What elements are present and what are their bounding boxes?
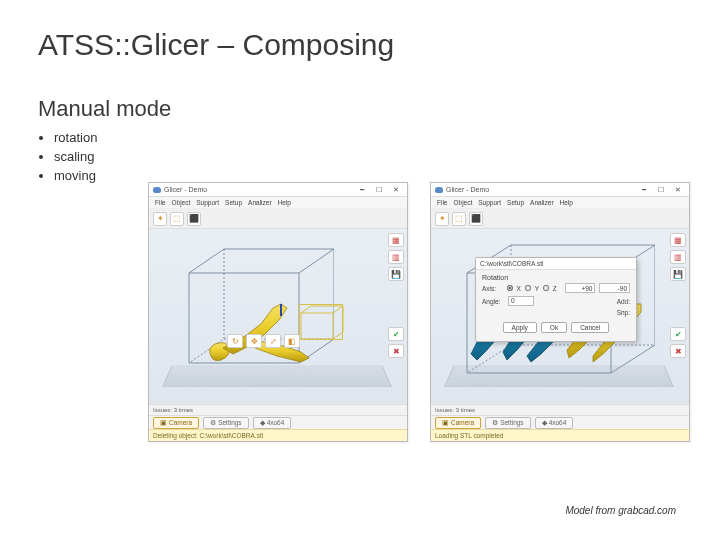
tool-cancel-icon[interactable]: ✖ bbox=[388, 344, 404, 358]
maximize-button[interactable]: ☐ bbox=[372, 185, 386, 195]
tool-cancel-icon[interactable]: ✖ bbox=[670, 344, 686, 358]
app-window-right: Glicer - Demo ━ ☐ ✕ File Object Support … bbox=[430, 182, 690, 442]
rotation-dialog: C:\work\stl\COBRA.stl Rotation Axis: X Y… bbox=[475, 257, 637, 342]
notification-text: Loading STL completed bbox=[435, 432, 503, 439]
notification-bar: Loading STL completed bbox=[431, 429, 689, 441]
bullet-list: rotation scaling moving bbox=[54, 130, 682, 183]
tab-settings[interactable]: ⚙Settings bbox=[485, 417, 531, 429]
axis-x-label: X bbox=[517, 285, 521, 292]
viewport-3d[interactable]: ▦ ▥ 💾 ✔ ✖ ↻ ✥ ⤢ ◧ bbox=[149, 229, 407, 404]
status-bar: Issues: 3 times bbox=[431, 404, 689, 415]
menu-item[interactable]: File bbox=[437, 199, 447, 206]
tab-model[interactable]: ◆4xo64 bbox=[253, 417, 292, 429]
menu-item[interactable]: Analizer bbox=[530, 199, 553, 206]
tool-button[interactable]: ⬚ bbox=[452, 212, 466, 226]
menu-item[interactable]: Object bbox=[171, 199, 190, 206]
tool-button[interactable]: ⬚ bbox=[170, 212, 184, 226]
app-icon bbox=[435, 187, 443, 193]
tool-save-icon[interactable]: 💾 bbox=[388, 267, 404, 281]
apply-button[interactable]: Apply bbox=[503, 322, 537, 333]
mid-toolbar: ↻ ✥ ⤢ ◧ bbox=[227, 334, 300, 348]
menu-item[interactable]: Analizer bbox=[248, 199, 271, 206]
tab-camera[interactable]: ▣Camera bbox=[153, 417, 199, 429]
bullet-item: moving bbox=[54, 168, 682, 183]
tool-button[interactable]: ▥ bbox=[388, 250, 404, 264]
menu-item[interactable]: Support bbox=[478, 199, 501, 206]
tool-button[interactable]: ✦ bbox=[153, 212, 167, 226]
menu-item[interactable]: Setup bbox=[507, 199, 524, 206]
status-text: Issues: 3 times bbox=[153, 407, 193, 413]
add-label: Add: bbox=[617, 298, 630, 305]
axis-y-radio[interactable] bbox=[525, 285, 531, 291]
tool-button[interactable]: ⬛ bbox=[469, 212, 483, 226]
minimize-button[interactable]: ━ bbox=[637, 185, 651, 195]
tool-rotate-icon[interactable]: ↻ bbox=[227, 334, 243, 348]
menubar: File Object Support Setup Analizer Help bbox=[431, 197, 689, 209]
axis-label: Axis: bbox=[482, 285, 503, 292]
dialog-title: C:\work\stl\COBRA.stl bbox=[476, 258, 636, 270]
titlebar: Glicer - Demo ━ ☐ ✕ bbox=[431, 183, 689, 197]
bullet-item: rotation bbox=[54, 130, 682, 145]
status-bar: Issues: 3 times bbox=[149, 404, 407, 415]
notification-text: Deleting object: C:\work\stl\COBRA.stl bbox=[153, 432, 263, 439]
angle-input[interactable]: 0 bbox=[508, 296, 534, 306]
slide-title: ATSS::Glicer – Composing bbox=[38, 28, 682, 62]
maximize-button[interactable]: ☐ bbox=[654, 185, 668, 195]
angle-label: Angle: bbox=[482, 298, 504, 305]
tab-camera[interactable]: ▣Camera bbox=[435, 417, 481, 429]
menu-item[interactable]: Help bbox=[560, 199, 573, 206]
right-toolbar-lower: ✔ ✖ bbox=[388, 327, 404, 358]
minimize-button[interactable]: ━ bbox=[355, 185, 369, 195]
menubar: File Object Support Setup Analizer Help bbox=[149, 197, 407, 209]
menu-item[interactable]: Object bbox=[453, 199, 472, 206]
tool-save-icon[interactable]: 💾 bbox=[670, 267, 686, 281]
tool-delete-icon[interactable]: ▦ bbox=[388, 233, 404, 247]
spin-plus90[interactable]: +90 bbox=[565, 283, 596, 293]
tab-model[interactable]: ◆4xo64 bbox=[535, 417, 574, 429]
right-toolbar: ▦ ▥ 💾 bbox=[670, 233, 686, 281]
viewport-3d[interactable]: C:\work\stl\COBRA.stl Rotation Axis: X Y… bbox=[431, 229, 689, 404]
axis-y-label: Y bbox=[535, 285, 539, 292]
app-icon bbox=[153, 187, 161, 193]
slide-subtitle: Manual mode bbox=[38, 96, 682, 122]
tool-button[interactable]: ▥ bbox=[670, 250, 686, 264]
spin-minus90[interactable]: -90 bbox=[599, 283, 630, 293]
ok-button[interactable]: Ok bbox=[541, 322, 567, 333]
status-text: Issues: 3 times bbox=[435, 407, 475, 413]
menu-item[interactable]: Help bbox=[278, 199, 291, 206]
bullet-item: scaling bbox=[54, 149, 682, 164]
menu-item[interactable]: File bbox=[155, 199, 165, 206]
footnote: Model from grabcad.com bbox=[565, 505, 676, 516]
snap-label: Snp: bbox=[617, 309, 630, 316]
titlebar: Glicer - Demo ━ ☐ ✕ bbox=[149, 183, 407, 197]
right-toolbar: ▦ ▥ 💾 bbox=[388, 233, 404, 281]
tool-move-icon[interactable]: ✥ bbox=[246, 334, 262, 348]
axis-z-label: Z bbox=[553, 285, 557, 292]
axis-x-radio[interactable] bbox=[507, 285, 513, 291]
window-title: Glicer - Demo bbox=[164, 186, 352, 193]
tab-settings[interactable]: ⚙Settings bbox=[203, 417, 249, 429]
tab-strip: ▣Camera ⚙Settings ◆4xo64 bbox=[431, 415, 689, 429]
model-3d[interactable] bbox=[205, 300, 315, 364]
right-toolbar-lower: ✔ ✖ bbox=[670, 327, 686, 358]
tool-delete-icon[interactable]: ▦ bbox=[670, 233, 686, 247]
axis-z-radio[interactable] bbox=[543, 285, 549, 291]
notification-bar: Deleting object: C:\work\stl\COBRA.stl bbox=[149, 429, 407, 441]
tool-button[interactable]: ⬛ bbox=[187, 212, 201, 226]
window-title: Glicer - Demo bbox=[446, 186, 634, 193]
close-button[interactable]: ✕ bbox=[389, 185, 403, 195]
tool-button[interactable]: ◧ bbox=[284, 334, 300, 348]
tool-confirm-icon[interactable]: ✔ bbox=[670, 327, 686, 341]
menu-item[interactable]: Support bbox=[196, 199, 219, 206]
tool-scale-icon[interactable]: ⤢ bbox=[265, 334, 281, 348]
tool-button[interactable]: ✦ bbox=[435, 212, 449, 226]
toolbar: ✦ ⬚ ⬛ bbox=[149, 209, 407, 229]
dialog-section-label: Rotation bbox=[482, 274, 630, 281]
cancel-button[interactable]: Cancel bbox=[571, 322, 609, 333]
toolbar: ✦ ⬚ ⬛ bbox=[431, 209, 689, 229]
app-window-left: Glicer - Demo ━ ☐ ✕ File Object Support … bbox=[148, 182, 408, 442]
close-button[interactable]: ✕ bbox=[671, 185, 685, 195]
tab-strip: ▣Camera ⚙Settings ◆4xo64 bbox=[149, 415, 407, 429]
menu-item[interactable]: Setup bbox=[225, 199, 242, 206]
tool-confirm-icon[interactable]: ✔ bbox=[388, 327, 404, 341]
